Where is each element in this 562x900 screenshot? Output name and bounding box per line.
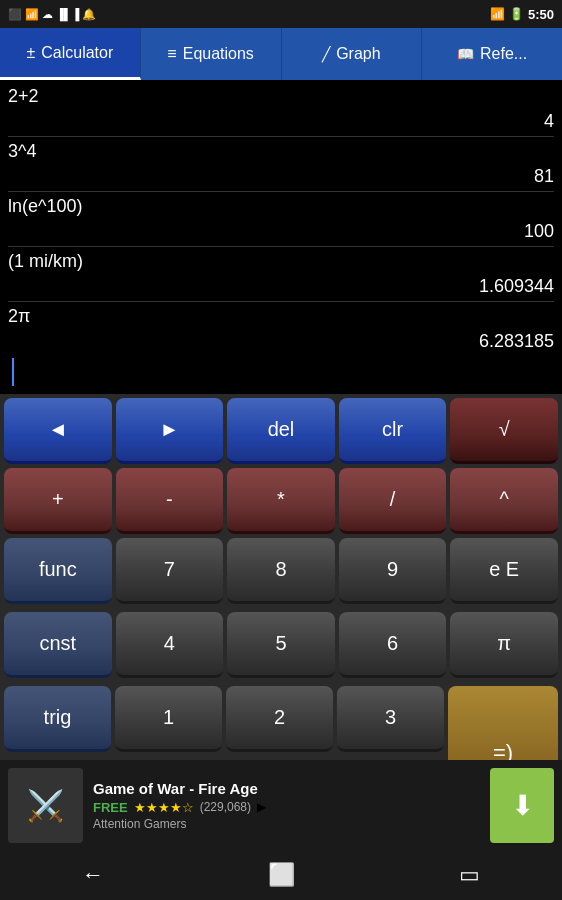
- ad-subtitle: Attention Gamers: [93, 817, 480, 831]
- calc-result-2: 81: [534, 166, 554, 187]
- delete-button[interactable]: del: [227, 398, 335, 464]
- equations-tab-icon: ≡: [167, 45, 176, 63]
- divider-4: [8, 301, 554, 302]
- bottom-nav: ← ⬜ ▭: [0, 850, 562, 900]
- key-9[interactable]: 9: [339, 538, 447, 604]
- calc-result-4: 1.609344: [479, 276, 554, 297]
- calc-result-row-3: 100: [8, 219, 554, 244]
- calc-input-2: 3^4: [8, 141, 36, 162]
- back-button[interactable]: ←: [82, 862, 104, 888]
- recent-button[interactable]: ▭: [459, 862, 480, 888]
- reference-tab-icon: 📖: [457, 46, 474, 62]
- ad-banner[interactable]: ⚔️ Game of War - Fire Age FREE ★★★★☆ (22…: [0, 760, 562, 850]
- status-time: 5:50: [528, 7, 554, 22]
- right-arrow-button[interactable]: ►: [116, 398, 224, 464]
- key-2[interactable]: 2: [226, 686, 333, 752]
- key-7[interactable]: 7: [116, 538, 224, 604]
- calc-entry-2: 3^4: [8, 139, 554, 164]
- download-icon: ⬇: [511, 789, 534, 822]
- key-row-3: func 7 8 9 e E: [4, 538, 558, 604]
- status-icons-left: ⬛ 📶 ☁ ▐▌▐ 🔔: [8, 8, 96, 21]
- tab-reference[interactable]: 📖 Refe...: [422, 28, 562, 80]
- calc-entry-1: 2+2: [8, 84, 554, 109]
- key-8[interactable]: 8: [227, 538, 335, 604]
- ad-reviews: (229,068): [200, 800, 251, 814]
- graph-tab-label: Graph: [336, 45, 380, 63]
- calc-input-1: 2+2: [8, 86, 39, 107]
- key-6[interactable]: 6: [339, 612, 447, 678]
- key-eE[interactable]: e E: [450, 538, 558, 604]
- clear-button[interactable]: clr: [339, 398, 447, 464]
- status-icons-right: 📶 🔋 5:50: [490, 7, 554, 22]
- calc-result-1: 4: [544, 111, 554, 132]
- tab-calculator[interactable]: ± Calculator: [0, 28, 141, 80]
- divide-button[interactable]: /: [339, 468, 447, 534]
- calculator-tab-icon: ±: [26, 44, 35, 62]
- divider-2: [8, 191, 554, 192]
- cursor-bar: [12, 358, 14, 386]
- battery-icon: 🔋: [509, 7, 524, 21]
- sqrt-button[interactable]: √: [450, 398, 558, 464]
- key-3[interactable]: 3: [337, 686, 444, 752]
- calc-entry-4: (1 mi/km): [8, 249, 554, 274]
- cursor-line: [8, 354, 554, 390]
- calc-entry-5: 2π: [8, 304, 554, 329]
- key-row-4: cnst 4 5 6 π: [4, 612, 558, 678]
- key-row-1: ◄ ► del clr √: [4, 398, 558, 464]
- tab-graph[interactable]: ╱ Graph: [282, 28, 423, 80]
- ad-free-label: FREE: [93, 800, 128, 815]
- calc-result-row-2: 81: [8, 164, 554, 189]
- key-1[interactable]: 1: [115, 686, 222, 752]
- calc-result-row-4: 1.609344: [8, 274, 554, 299]
- key-row-3-4-wrapper: func 7 8 9 e E cnst 4 5 6 π: [4, 538, 558, 682]
- status-bar: ⬛ 📶 ☁ ▐▌▐ 🔔 📶 🔋 5:50: [0, 0, 562, 28]
- calc-input-5: 2π: [8, 306, 30, 327]
- calc-result-row-5: 6.283185: [8, 329, 554, 354]
- calc-result-3: 100: [524, 221, 554, 242]
- graph-tab-icon: ╱: [322, 46, 330, 62]
- plus-button[interactable]: +: [4, 468, 112, 534]
- left-arrow-button[interactable]: ◄: [4, 398, 112, 464]
- multiply-button[interactable]: *: [227, 468, 335, 534]
- ad-image: ⚔️: [8, 768, 83, 843]
- divider-3: [8, 246, 554, 247]
- minus-button[interactable]: -: [116, 468, 224, 534]
- key-pi[interactable]: π: [450, 612, 558, 678]
- nav-tabs: ± Calculator ≡ Equations ╱ Graph 📖 Refe.…: [0, 28, 562, 80]
- google-play-icon: ▶: [257, 800, 266, 814]
- calc-entry-3: ln(e^100): [8, 194, 554, 219]
- calc-result-row-1: 4: [8, 109, 554, 134]
- tab-equations[interactable]: ≡ Equations: [141, 28, 282, 80]
- reference-tab-label: Refe...: [480, 45, 527, 63]
- wifi-icon: 📶: [490, 7, 505, 21]
- key-row-2: + - * / ^: [4, 468, 558, 534]
- cnst-button[interactable]: cnst: [4, 612, 112, 678]
- home-button[interactable]: ⬜: [268, 862, 295, 888]
- key-5[interactable]: 5: [227, 612, 335, 678]
- calculator-tab-label: Calculator: [41, 44, 113, 62]
- func-button[interactable]: func: [4, 538, 112, 604]
- power-button[interactable]: ^: [450, 468, 558, 534]
- calc-input-4: (1 mi/km): [8, 251, 83, 272]
- ad-title: Game of War - Fire Age: [93, 780, 480, 797]
- key-col-main: func 7 8 9 e E cnst 4 5 6 π: [4, 538, 558, 682]
- trig-button[interactable]: trig: [4, 686, 111, 752]
- ad-stars: ★★★★☆: [134, 800, 194, 815]
- calc-input-3: ln(e^100): [8, 196, 83, 217]
- equations-tab-label: Equations: [183, 45, 254, 63]
- calc-result-5: 6.283185: [479, 331, 554, 352]
- display-area: 2+2 4 3^4 81 ln(e^100) 100 (1 mi/km) 1.6…: [0, 80, 562, 394]
- ad-download-button[interactable]: ⬇: [490, 768, 554, 843]
- ad-content: Game of War - Fire Age FREE ★★★★☆ (229,0…: [93, 780, 480, 831]
- divider-1: [8, 136, 554, 137]
- key-4[interactable]: 4: [116, 612, 224, 678]
- key-row-5: trig 1 2 3: [4, 686, 444, 752]
